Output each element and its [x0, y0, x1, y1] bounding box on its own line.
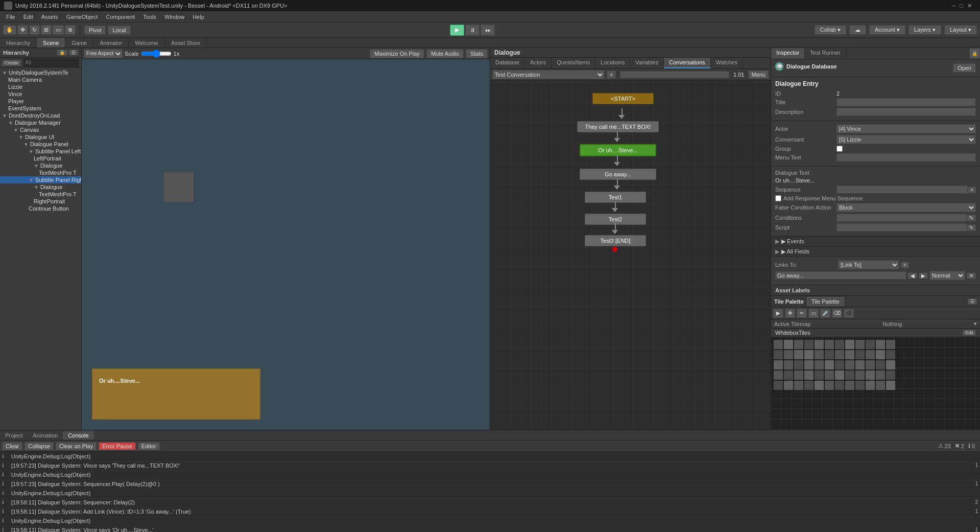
tile-tool-move[interactable]: ✥	[785, 309, 795, 318]
all-fields-section-header[interactable]: ▶ ▶ All Fields	[771, 247, 980, 257]
rect-tool[interactable]: ▭	[53, 25, 64, 35]
tree-vince[interactable]: Vince	[0, 90, 81, 98]
tile-tool-rect[interactable]: ▭	[808, 309, 819, 318]
sequence-input[interactable]	[836, 186, 968, 194]
tree-unity-root[interactable]: ▼ UnityDialogueSystemTe	[0, 69, 81, 76]
menu-help[interactable]: Help	[188, 13, 208, 21]
actor-select[interactable]: [4] Vince	[836, 124, 976, 133]
mute-audio-btn[interactable]: Mute Audio	[426, 49, 464, 58]
tree-subtitle-panel-left[interactable]: ▼ Subtitle Panel Left	[0, 148, 81, 155]
move-tool[interactable]: ✥	[17, 25, 28, 35]
menu-btn[interactable]: Menu	[748, 71, 769, 79]
tree-textmesh-1[interactable]: TextMeshPro T	[0, 169, 81, 176]
console-log[interactable]: ℹ UnityEngine.Debug:Log(Object) ℹ [19:57…	[0, 452, 980, 532]
error-pause-btn[interactable]: Error Pause	[99, 442, 136, 450]
zoom-slider[interactable]	[620, 71, 729, 78]
dlg-node-2[interactable]: Or uh....Steve...	[580, 144, 656, 156]
local-btn[interactable]: Local	[108, 26, 130, 35]
description-input[interactable]	[836, 108, 976, 116]
tile-tool-paint[interactable]: ✏	[797, 309, 807, 318]
log-entry-8[interactable]: ℹ [19:58:11] Dialogue System: Vince says…	[0, 526, 980, 532]
tile-tool-select[interactable]: ▶	[773, 309, 783, 318]
tree-dialogue-1[interactable]: ▼ Dialogue	[0, 162, 81, 169]
dlg-tab-locations[interactable]: Locations	[595, 58, 630, 68]
cloud-btn[interactable]: ☁	[849, 25, 866, 35]
multi-tool[interactable]: ⊕	[65, 25, 76, 35]
tab-animator[interactable]: Animator	[93, 38, 129, 48]
log-entry-3[interactable]: ℹ [19:57:23] Dialogue System: Sequencer.…	[0, 480, 980, 490]
tree-dialogue-manager[interactable]: ▼ Dialogue Manager	[0, 119, 81, 126]
script-input[interactable]	[836, 223, 967, 232]
menu-text-input[interactable]	[836, 153, 976, 161]
bottom-tab-animation[interactable]: Animation	[28, 431, 63, 440]
links-normal-select[interactable]: Normal	[929, 271, 965, 280]
stats-btn[interactable]: Stats	[466, 49, 488, 58]
dlg-tab-database[interactable]: Database	[490, 58, 525, 68]
tile-tool-fill[interactable]: ⬛	[844, 309, 854, 318]
dlg-node-3[interactable]: Go away...	[580, 169, 656, 180]
menu-file[interactable]: File	[2, 13, 19, 21]
title-input[interactable]	[836, 98, 976, 106]
tree-eventsystem[interactable]: EventSystem	[0, 105, 81, 112]
maximize-play-btn[interactable]: Maximize On Play	[370, 49, 424, 58]
menu-assets[interactable]: Assets	[37, 13, 62, 21]
dlg-tab-variables[interactable]: Variables	[630, 58, 664, 68]
links-next-btn[interactable]: ▶	[919, 272, 928, 279]
conversant-select[interactable]: [5] Lizzie	[836, 135, 976, 144]
insp-tab-test-runner[interactable]: Test Runner	[805, 48, 846, 59]
step-btn[interactable]: ⏭	[481, 25, 495, 36]
hierarchy-menu-btn[interactable]: ☰	[69, 50, 78, 56]
conditions-input[interactable]	[836, 214, 967, 222]
add-response-checkbox[interactable]	[775, 195, 781, 201]
tree-right-portrait[interactable]: RightPortrait	[0, 198, 81, 205]
tile-tool-erase[interactable]: ⌫	[832, 309, 842, 318]
tree-dialogue-ui[interactable]: ▼ Dialogue UI	[0, 133, 81, 141]
tree-subtitle-panel-right[interactable]: ▼ Subtitle Panel Right	[0, 176, 81, 183]
layout-btn[interactable]: Layout ▾	[944, 25, 977, 35]
log-entry-4[interactable]: ℹ UnityEngine.Debug:Log(Object)	[0, 490, 980, 499]
minimize-btn[interactable]: ─	[952, 3, 956, 9]
tab-hierarchy[interactable]: Hierarchy	[0, 38, 37, 48]
menu-tools[interactable]: Tools	[139, 13, 160, 21]
scene-view[interactable]: Or uh....Steve...	[82, 59, 490, 430]
inspector-lock-btn[interactable]: 🔒	[969, 48, 980, 59]
links-prev-btn[interactable]: ◀	[908, 272, 917, 279]
tile-palette-menu-btn[interactable]: ☰	[968, 298, 977, 305]
insp-tab-inspector[interactable]: Inspector	[771, 48, 805, 59]
open-btn[interactable]: Open	[953, 63, 976, 73]
tree-dontdestroy[interactable]: ▼ DontDestroyOnLoad	[0, 112, 81, 119]
pause-btn[interactable]: ⏸	[465, 25, 480, 36]
tree-continue-button[interactable]: Continue Button	[0, 205, 81, 212]
account-btn[interactable]: Account ▾	[869, 25, 905, 35]
dlg-node-start[interactable]: <START>	[592, 93, 654, 104]
menu-component[interactable]: Component	[102, 13, 139, 21]
tile-tool-picker[interactable]: 💉	[820, 309, 830, 318]
tab-asset-store[interactable]: Asset Store	[165, 38, 207, 48]
clear-btn[interactable]: Clear	[2, 442, 22, 450]
scale-tool[interactable]: ⊞	[41, 25, 52, 35]
tree-dialogue-2[interactable]: ▼ Dialogue	[0, 183, 81, 191]
tab-scene[interactable]: Scene	[37, 38, 65, 48]
dlg-tab-quests[interactable]: Quests/Items	[552, 58, 595, 68]
false-condition-select[interactable]: Block	[836, 203, 976, 212]
tree-left-portrait[interactable]: LeftPortrait	[0, 155, 81, 162]
tree-dialogue-panel[interactable]: ▼ Dialogue Panel	[0, 141, 81, 148]
hand-tool[interactable]: ✋	[3, 25, 16, 35]
tree-player[interactable]: Player	[0, 98, 81, 105]
dlg-node-6[interactable]: Test3 [END]	[585, 235, 646, 246]
log-entry-0[interactable]: ℹ UnityEngine.Debug:Log(Object)	[0, 453, 980, 462]
bottom-tab-project[interactable]: Project	[0, 431, 28, 440]
conversation-select[interactable]: Test Conversation	[492, 70, 605, 79]
tab-welcome[interactable]: Welcome	[129, 38, 165, 48]
editor-btn[interactable]: Editor	[138, 442, 160, 450]
links-delete-btn[interactable]: ✕	[967, 272, 976, 279]
log-entry-2[interactable]: ℹ UnityEngine.Debug:Log(Object)	[0, 471, 980, 480]
group-checkbox[interactable]	[836, 146, 843, 152]
hierarchy-lock-btn[interactable]: 🔒	[57, 50, 67, 56]
tree-lizzie[interactable]: Lizzie	[0, 83, 81, 90]
links-to-select[interactable]: [Link To]	[838, 260, 899, 269]
links-target-input[interactable]	[775, 271, 906, 280]
tile-edit-btn[interactable]: Edit	[963, 330, 976, 336]
events-section-header[interactable]: ▶ ▶ Events	[771, 237, 980, 247]
log-entry-1[interactable]: ℹ [19:57:23] Dialogue System: Vince says…	[0, 462, 980, 471]
